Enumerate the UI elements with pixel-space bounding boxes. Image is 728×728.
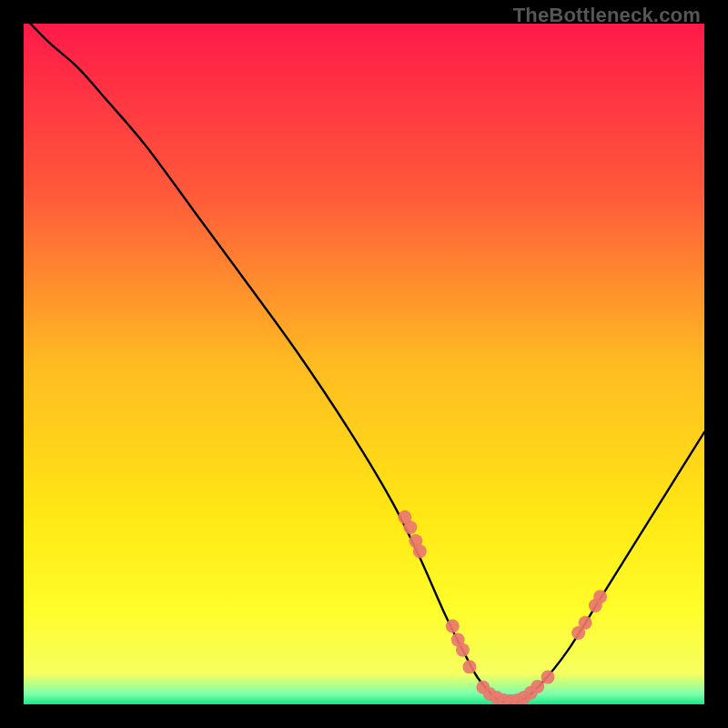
curve-marker <box>593 590 607 603</box>
curve-marker <box>462 660 476 673</box>
curve-marker <box>531 680 544 693</box>
chart-svg <box>24 24 704 704</box>
curve-marker <box>456 643 470 657</box>
watermark-text: TheBottleneck.com <box>513 4 701 27</box>
curve-marker <box>446 619 460 632</box>
curve-marker <box>579 616 592 630</box>
curve-marker <box>413 544 427 558</box>
curve-marker <box>541 671 554 684</box>
chart-plot-area <box>24 24 704 704</box>
curve-marker <box>403 521 417 534</box>
